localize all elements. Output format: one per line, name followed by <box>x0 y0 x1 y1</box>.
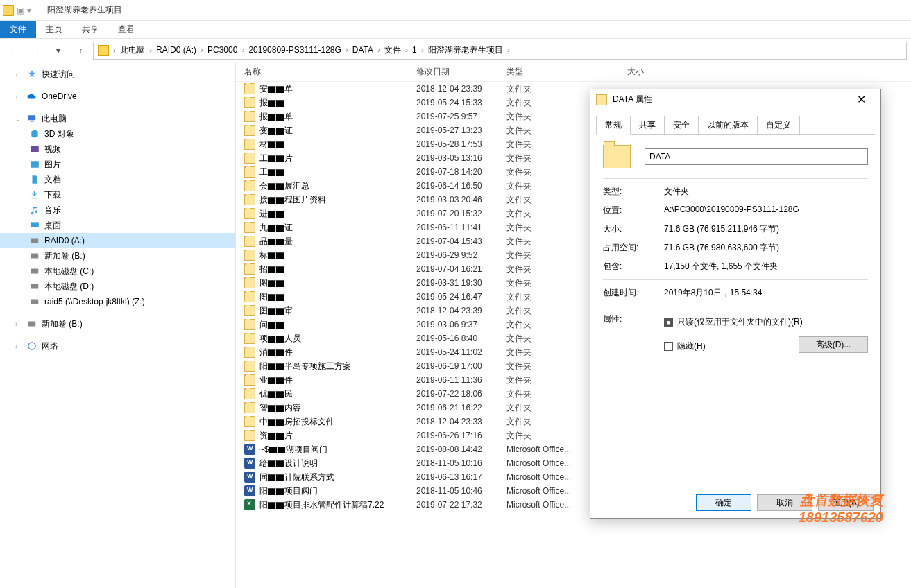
file-type: 文件夹 <box>506 83 590 95</box>
tab-previous[interactable]: 以前的版本 <box>698 116 758 135</box>
chevron-right-icon[interactable]: › <box>112 46 117 55</box>
file-name: 会▇▇展汇总 <box>259 180 309 192</box>
nav-raid5[interactable]: raid5 (\\Desktop-jk8ltkl) (Z:) <box>0 294 235 309</box>
folder-icon <box>596 94 607 105</box>
nav-videos[interactable]: 视频 <box>0 141 235 157</box>
name-field[interactable]: DATA <box>645 148 868 165</box>
svg-rect-2 <box>31 146 39 152</box>
apply-button[interactable]: 应用(A) <box>818 494 874 511</box>
file-date: 2019-07-18 14:20 <box>416 167 506 177</box>
folder-icon <box>244 194 255 205</box>
folder-icon <box>244 139 255 150</box>
chevron-right-icon[interactable]: › <box>506 45 511 55</box>
tab-home[interactable]: 主页 <box>36 21 72 38</box>
col-name[interactable]: 名称 <box>236 66 416 78</box>
nav-local-d[interactable]: 本地磁盘 (D:) <box>0 279 235 294</box>
svg-rect-0 <box>28 115 36 120</box>
nav-pictures[interactable]: 图片 <box>0 157 235 172</box>
breadcrumb-item[interactable]: DATA <box>350 45 376 55</box>
dialog-titlebar[interactable]: DATA 属性 ✕ <box>590 89 880 110</box>
type-value: 文件夹 <box>664 186 868 198</box>
tab-file[interactable]: 文件 <box>0 21 36 38</box>
tab-view[interactable]: 查看 <box>108 21 144 38</box>
chevron-right-icon[interactable]: › <box>420 45 425 55</box>
file-name: 阳▇▇项目排水管配件计算稿7.22 <box>259 499 384 511</box>
file-date: 2019-07-04 15:43 <box>416 236 506 246</box>
folder-icon <box>244 388 255 399</box>
nav-music[interactable]: 音乐 <box>0 202 235 218</box>
file-name: 报▇▇ <box>259 97 284 109</box>
ondisk-label: 占用空间: <box>603 242 664 254</box>
breadcrumb-item[interactable]: 阳澄湖养老养生项目 <box>425 45 506 55</box>
file-date: 2018-11-05 10:16 <box>416 458 506 468</box>
nav-network[interactable]: ›网络 <box>0 338 235 354</box>
hidden-checkbox[interactable]: 隐藏(H) <box>664 340 706 352</box>
file-date: 2019-06-26 17:16 <box>416 431 506 440</box>
cancel-button[interactable]: 取消 <box>757 494 812 511</box>
chevron-right-icon[interactable]: › <box>344 45 350 55</box>
file-type: Microsoft Office... <box>506 472 590 482</box>
forward-button[interactable]: → <box>26 42 46 60</box>
file-type: 文件夹 <box>506 430 590 442</box>
tab-general[interactable]: 常规 <box>596 116 631 135</box>
nav-downloads[interactable]: 下载 <box>0 187 235 202</box>
chevron-right-icon[interactable]: › <box>376 45 382 55</box>
file-date: 2019-08-08 14:42 <box>416 444 506 454</box>
breadcrumb-item[interactable]: 1 <box>409 45 420 55</box>
col-type[interactable]: 类型 <box>506 66 590 78</box>
file-name: 同▇▇计院联系方式 <box>259 472 334 483</box>
file-name: 材▇▇ <box>259 139 284 150</box>
tab-custom[interactable]: 自定义 <box>757 116 800 135</box>
nav-this-pc[interactable]: ⌄此电脑 <box>0 111 235 126</box>
folder-icon <box>244 180 255 191</box>
folder-icon <box>244 166 255 178</box>
chevron-right-icon[interactable]: › <box>404 45 409 55</box>
folder-icon <box>244 97 255 108</box>
tab-security[interactable]: 安全 <box>664 116 699 135</box>
nav-label: 视频 <box>44 144 61 155</box>
navigation-pane[interactable]: ›快速访问 ›OneDrive ⌄此电脑 3D 对象 视频 图片 文档 下载 音… <box>0 62 236 588</box>
ribbon-tabs: 文件 主页 共享 查看 <box>0 21 911 39</box>
nav-label: RAID0 (A:) <box>44 236 85 245</box>
nav-onedrive[interactable]: ›OneDrive <box>0 89 235 104</box>
address-bar[interactable]: › 此电脑›RAID0 (A:)›PC3000›20190809-PS3111-… <box>93 42 907 60</box>
tab-share[interactable]: 共享 <box>72 21 108 38</box>
col-date[interactable]: 修改日期 <box>416 66 506 78</box>
file-type: 文件夹 <box>506 347 590 358</box>
nav-label: 3D 对象 <box>44 128 74 140</box>
close-button[interactable]: ✕ <box>847 90 875 110</box>
folder-icon <box>603 145 631 168</box>
breadcrumb-item[interactable]: 文件 <box>382 45 404 55</box>
nav-newvol-b-2[interactable]: ›新加卷 (B:) <box>0 316 235 331</box>
folder-icon <box>244 333 255 344</box>
nav-local-c[interactable]: 本地磁盘 (C:) <box>0 263 235 279</box>
chevron-right-icon[interactable]: › <box>148 45 153 55</box>
breadcrumb-item[interactable]: PC3000 <box>205 45 240 55</box>
nav-quick-access[interactable]: ›快速访问 <box>0 67 235 82</box>
nav-3d-objects[interactable]: 3D 对象 <box>0 126 235 141</box>
breadcrumb-item[interactable]: 此电脑 <box>117 45 148 55</box>
breadcrumb-item[interactable]: RAID0 (A:) <box>153 45 199 55</box>
chevron-right-icon[interactable]: › <box>199 45 205 55</box>
qat-button[interactable]: ▾ <box>27 6 31 15</box>
nav-raid0[interactable]: RAID0 (A:) <box>0 233 235 248</box>
advanced-button[interactable]: 高级(D)... <box>799 336 868 353</box>
nav-documents[interactable]: 文档 <box>0 172 235 187</box>
back-button[interactable]: ← <box>4 42 24 60</box>
readonly-checkbox[interactable]: ■只读(仅应用于文件夹中的文件)(R) <box>664 316 803 328</box>
ok-button[interactable]: 确定 <box>696 494 751 511</box>
file-date: 2018-11-05 10:46 <box>416 486 506 496</box>
breadcrumb-item[interactable]: 20190809-PS3111-128G <box>246 45 343 55</box>
nav-newvol-b[interactable]: 新加卷 (B:) <box>0 248 235 263</box>
col-size[interactable]: 大小 <box>590 66 652 78</box>
quick-access-toolbar: ▣ ▾ <box>0 4 43 17</box>
up-button[interactable]: ↑ <box>71 42 90 60</box>
file-name: 品▇▇量 <box>259 236 293 248</box>
nav-desktop[interactable]: 桌面 <box>0 218 235 233</box>
svg-rect-6 <box>31 254 39 259</box>
recent-locations[interactable]: ▾ <box>49 42 68 60</box>
attributes-label: 属性: <box>603 313 664 353</box>
tab-share[interactable]: 共享 <box>630 116 665 135</box>
file-date: 2019-06-21 16:22 <box>416 403 506 413</box>
qat-button[interactable]: ▣ <box>17 6 24 15</box>
